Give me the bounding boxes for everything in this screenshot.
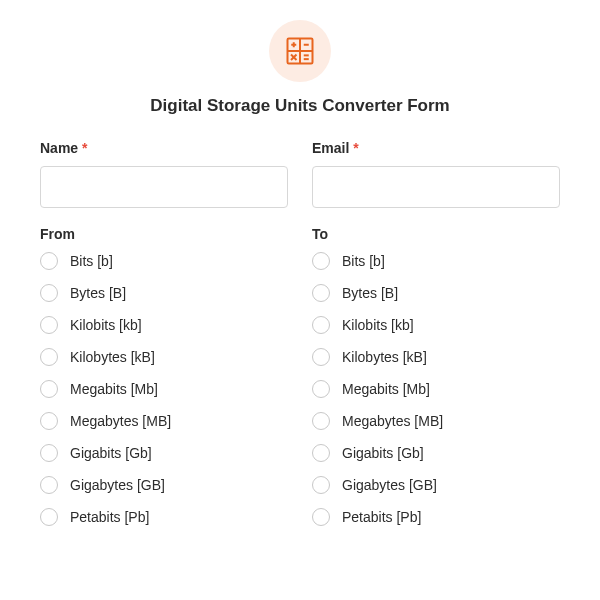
header-icon-wrap (269, 20, 331, 82)
radio-label: Megabytes [MB] (342, 413, 443, 429)
radio-label: Petabits [Pb] (342, 509, 421, 525)
radio-label: Petabits [Pb] (70, 509, 149, 525)
email-label: Email * (312, 140, 560, 156)
radio-icon (40, 412, 58, 430)
from-option[interactable]: Megabytes [MB] (40, 412, 288, 430)
to-radio-list: Bits [b]Bytes [B]Kilobits [kb]Kilobytes … (312, 252, 560, 526)
radio-label: Megabits [Mb] (342, 381, 430, 397)
radio-icon (40, 348, 58, 366)
to-option[interactable]: Gigabytes [GB] (312, 476, 560, 494)
radio-label: Bytes [B] (342, 285, 398, 301)
from-option[interactable]: Petabits [Pb] (40, 508, 288, 526)
radio-icon (312, 348, 330, 366)
name-input[interactable] (40, 166, 288, 208)
to-option[interactable]: Kilobits [kb] (312, 316, 560, 334)
from-option[interactable]: Megabits [Mb] (40, 380, 288, 398)
calculator-icon (285, 36, 315, 66)
email-label-text: Email (312, 140, 349, 156)
radio-icon (40, 252, 58, 270)
radio-label: Gigabytes [GB] (70, 477, 165, 493)
to-option[interactable]: Megabits [Mb] (312, 380, 560, 398)
to-option[interactable]: Gigabits [Gb] (312, 444, 560, 462)
radio-icon (312, 412, 330, 430)
from-option[interactable]: Bytes [B] (40, 284, 288, 302)
email-input[interactable] (312, 166, 560, 208)
from-option[interactable]: Gigabits [Gb] (40, 444, 288, 462)
name-label: Name * (40, 140, 288, 156)
radio-label: Megabytes [MB] (70, 413, 171, 429)
radio-label: Kilobytes [kB] (70, 349, 155, 365)
radio-icon (312, 252, 330, 270)
radio-icon (40, 444, 58, 462)
radio-label: Megabits [Mb] (70, 381, 158, 397)
radio-label: Bits [b] (70, 253, 113, 269)
radio-icon (40, 284, 58, 302)
radio-icon (40, 316, 58, 334)
radio-icon (40, 476, 58, 494)
to-label: To (312, 226, 560, 242)
from-option[interactable]: Kilobytes [kB] (40, 348, 288, 366)
name-label-text: Name (40, 140, 78, 156)
radio-icon (312, 316, 330, 334)
radio-icon (312, 508, 330, 526)
page-title: Digital Storage Units Converter Form (40, 96, 560, 116)
from-label: From (40, 226, 288, 242)
from-option[interactable]: Bits [b] (40, 252, 288, 270)
to-option[interactable]: Kilobytes [kB] (312, 348, 560, 366)
to-option[interactable]: Bits [b] (312, 252, 560, 270)
radio-icon (312, 444, 330, 462)
radio-icon (40, 508, 58, 526)
to-option[interactable]: Megabytes [MB] (312, 412, 560, 430)
email-required: * (353, 140, 358, 156)
from-option[interactable]: Kilobits [kb] (40, 316, 288, 334)
radio-label: Kilobytes [kB] (342, 349, 427, 365)
radio-icon (40, 380, 58, 398)
radio-label: Gigabits [Gb] (70, 445, 152, 461)
to-option[interactable]: Bytes [B] (312, 284, 560, 302)
to-option[interactable]: Petabits [Pb] (312, 508, 560, 526)
radio-label: Kilobits [kb] (70, 317, 142, 333)
name-required: * (82, 140, 87, 156)
from-radio-list: Bits [b]Bytes [B]Kilobits [kb]Kilobytes … (40, 252, 288, 526)
radio-label: Bytes [B] (70, 285, 126, 301)
radio-label: Bits [b] (342, 253, 385, 269)
radio-icon (312, 380, 330, 398)
radio-icon (312, 284, 330, 302)
radio-icon (312, 476, 330, 494)
from-option[interactable]: Gigabytes [GB] (40, 476, 288, 494)
radio-label: Gigabits [Gb] (342, 445, 424, 461)
radio-label: Gigabytes [GB] (342, 477, 437, 493)
radio-label: Kilobits [kb] (342, 317, 414, 333)
